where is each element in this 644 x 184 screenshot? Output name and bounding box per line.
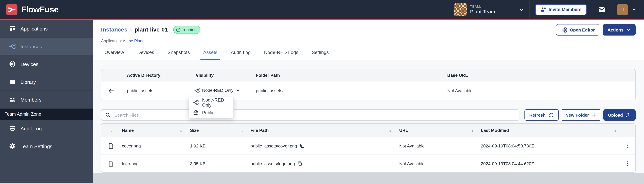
team-label: TEAM: — [470, 5, 495, 8]
files-toolbar: Refresh New Folder Upload — [101, 109, 636, 121]
file-url: Not Available — [399, 143, 481, 148]
application-line: Application: Acme Plant — [101, 38, 636, 43]
table-row: cover.png 1.92 KB public_assets/cover.pn… — [102, 137, 635, 155]
file-path: public_assets/cover.png — [250, 143, 297, 148]
new-folder-button[interactable]: New Folder — [561, 109, 601, 121]
column-header-folder-path: Folder Path — [249, 73, 440, 78]
column-header-base-url: Base URL — [440, 73, 635, 78]
tab-node-red-logs[interactable]: Node-RED Logs — [262, 48, 301, 60]
column-header-size: Size — [190, 128, 199, 133]
status-badge: running — [173, 26, 200, 34]
copy-icon[interactable] — [297, 161, 303, 166]
base-url-value: Not Available — [440, 88, 635, 93]
sidebar-item-library[interactable]: Library — [0, 73, 93, 91]
sort-icon[interactable]: ↑↓ — [240, 128, 242, 132]
open-editor-button[interactable]: Open Editor — [556, 24, 600, 35]
kebab-menu-icon[interactable] — [625, 160, 631, 167]
sort-icon[interactable]: ↑↓ — [388, 128, 391, 132]
flowfuse-logo[interactable]: FlowFuse — [6, 4, 58, 15]
column-header-file-path: File Path — [250, 128, 268, 133]
sidebar-item-instances[interactable]: Instances — [0, 37, 93, 55]
directory-row: public_assets Node-RED Only public_asset… — [102, 81, 635, 100]
sidebar-item-members[interactable]: Members — [0, 91, 93, 109]
folder-icon — [9, 78, 16, 85]
flowfuse-logo-icon — [6, 4, 18, 15]
back-arrow-icon[interactable] — [108, 87, 115, 94]
tab-devices[interactable]: Devices — [135, 48, 157, 60]
sort-icon[interactable]: ↑↓ — [180, 128, 182, 132]
node-red-icon — [561, 27, 567, 33]
file-icon — [108, 160, 114, 167]
instances-icon — [9, 43, 16, 50]
page-bottom-strip — [93, 173, 644, 183]
node-red-icon — [194, 87, 200, 93]
breadcrumb: Instances › plant-live-01 — [101, 26, 168, 33]
file-size: 1.92 KB — [190, 143, 250, 148]
copy-icon[interactable] — [300, 143, 305, 149]
upload-button[interactable]: Upload — [603, 109, 636, 121]
sort-icon[interactable]: ↑↓ — [470, 128, 473, 132]
user-plus-icon — [540, 7, 546, 12]
file-path: public_assets/logo.png — [250, 161, 295, 166]
search-files-input[interactable] — [114, 112, 516, 118]
active-directory-table: Active Directory Visibility Folder Path … — [101, 69, 636, 100]
user-avatar: fl — [617, 4, 628, 15]
file-size: 3.95 KB — [190, 161, 250, 166]
actions-button[interactable]: Actions — [603, 24, 636, 35]
kebab-menu-icon[interactable] — [625, 143, 631, 149]
chip-icon — [9, 61, 16, 67]
file-last-modified: 2024-09-19T08:04:50.730Z — [481, 143, 620, 148]
file-last-modified: 2024-09-19T08:04:44.620Z — [481, 161, 620, 166]
tab-overview[interactable]: Overview — [102, 48, 127, 60]
search-files-box — [101, 109, 520, 121]
tab-bar: Overview Devices Snapshots Assets Audit … — [101, 48, 636, 60]
refresh-button[interactable]: Refresh — [525, 109, 559, 121]
sidebar-item-team-settings[interactable]: Team Settings — [0, 137, 93, 155]
chevron-down-icon — [626, 27, 631, 32]
application-link[interactable]: Acme Plant — [123, 38, 143, 43]
column-header-url: URL — [399, 128, 408, 133]
sort-icon[interactable]: ↑↓ — [109, 128, 112, 132]
search-icon — [105, 112, 111, 118]
chevron-down-icon — [518, 7, 524, 12]
team-admin-zone-header: Team Admin Zone — [0, 109, 93, 120]
sort-icon[interactable]: ↑↓ — [614, 128, 616, 132]
breadcrumb-separator: › — [130, 27, 132, 33]
column-header-visibility: Visibility — [189, 73, 249, 78]
visibility-dropdown-trigger[interactable]: Node-RED Only — [189, 87, 240, 93]
column-header-active-directory: Active Directory — [120, 73, 189, 78]
table-row: logo.png 3.95 KB public_assets/logo.png … — [102, 155, 635, 172]
breadcrumb-instances-link[interactable]: Instances — [101, 26, 128, 33]
files-table: ↑↓ Name ↑↓ Size ↑↓ File Path ↑↓ URL ↑↓ L… — [101, 123, 636, 173]
file-name[interactable]: logo.png — [122, 161, 190, 166]
file-name[interactable]: cover.png — [122, 143, 190, 148]
team-selector[interactable]: TEAM: Plant Team — [448, 0, 530, 19]
database-icon — [9, 125, 16, 132]
dropdown-option-node-red-only[interactable]: Node-RED Only — [189, 97, 233, 108]
user-menu[interactable]: fl — [612, 0, 638, 19]
tab-assets[interactable]: Assets — [200, 48, 220, 60]
gear-icon — [9, 143, 16, 150]
column-header-last-modified: Last Modified — [481, 128, 509, 133]
column-header-name: Name — [122, 128, 134, 133]
tab-snapshots[interactable]: Snapshots — [165, 48, 192, 60]
page-header: Instances › plant-live-01 running Open E… — [93, 20, 644, 60]
sidebar-item-audit-log[interactable]: Audit Log — [0, 120, 93, 137]
refresh-icon — [548, 112, 554, 118]
directory-name: public_assets — [120, 88, 189, 93]
notifications-button[interactable] — [592, 0, 611, 19]
sidebar: Applications Instances Devices Library M… — [0, 20, 93, 183]
sidebar-item-applications[interactable]: Applications — [0, 20, 93, 37]
chevron-down-icon — [632, 7, 636, 12]
upload-icon — [626, 112, 631, 118]
dropdown-option-public[interactable]: Public — [189, 108, 233, 118]
sidebar-item-devices[interactable]: Devices — [0, 55, 93, 73]
assets-content: Active Directory Visibility Folder Path … — [93, 60, 644, 173]
invite-members-button[interactable]: Invite Members — [535, 4, 586, 15]
file-icon — [108, 143, 114, 149]
files-table-header: ↑↓ Name ↑↓ Size ↑↓ File Path ↑↓ URL ↑↓ L… — [102, 124, 635, 137]
mail-icon — [598, 5, 606, 13]
tab-audit-log[interactable]: Audit Log — [228, 48, 253, 60]
globe-icon — [193, 110, 199, 116]
tab-settings[interactable]: Settings — [309, 48, 332, 60]
